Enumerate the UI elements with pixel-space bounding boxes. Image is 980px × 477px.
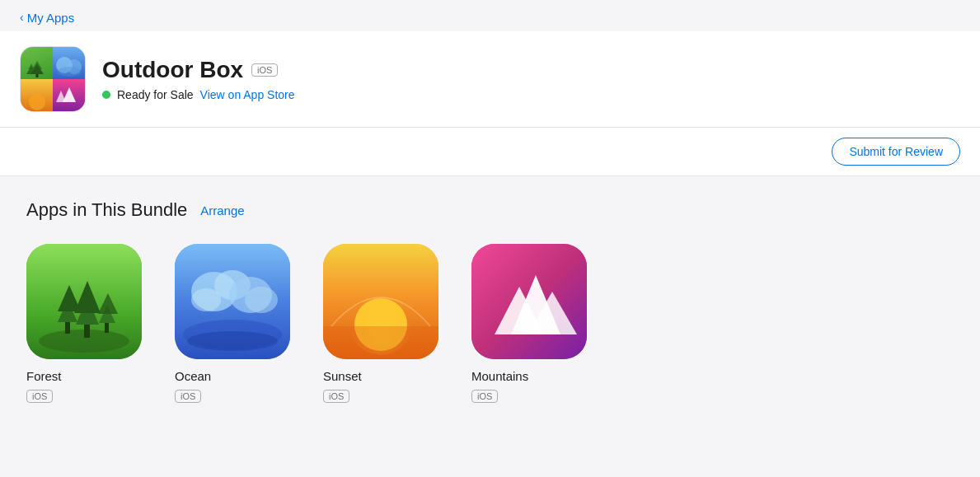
svg-rect-36 <box>323 326 438 359</box>
app-platform-badge: iOS <box>251 63 278 77</box>
my-apps-breadcrumb[interactable]: ‹ My Apps <box>20 11 74 25</box>
mini-sunset-icon <box>21 79 53 111</box>
app-title-area: Outdoor Box iOS Ready for Sale View on A… <box>102 57 295 101</box>
app-card-sunset[interactable]: Sunset iOS <box>323 244 438 403</box>
breadcrumb-label: My Apps <box>27 11 75 25</box>
bundle-icon-cell-forest <box>21 47 53 79</box>
mini-forest-icon <box>21 47 53 79</box>
mini-ocean-icon <box>53 47 85 79</box>
sunset-app-icon <box>323 244 438 359</box>
bundle-icon-cell-sunset <box>21 79 53 111</box>
app-title-row: Outdoor Box iOS <box>102 57 295 83</box>
chevron-left-icon: ‹ <box>20 11 24 24</box>
svg-point-8 <box>58 67 81 77</box>
mountains-icon-bg <box>471 244 587 359</box>
mini-mountains-icon <box>53 79 85 111</box>
sunset-icon-bg <box>323 244 438 359</box>
mountains-app-icon <box>471 244 587 359</box>
svg-point-10 <box>29 94 45 110</box>
forest-app-icon <box>26 244 142 359</box>
svg-rect-2 <box>35 74 38 77</box>
apps-grid: Forest iOS <box>26 244 954 403</box>
svg-rect-24 <box>105 323 109 333</box>
svg-rect-21 <box>84 325 90 338</box>
svg-point-32 <box>187 331 278 351</box>
app-card-forest[interactable]: Forest iOS <box>26 244 142 403</box>
mountains-app-name: Mountains <box>471 369 528 383</box>
svg-rect-18 <box>65 322 70 334</box>
sunset-platform-badge: iOS <box>323 390 349 403</box>
svg-point-29 <box>191 288 221 311</box>
bundle-section: Apps in This Bundle Arrange <box>0 176 980 426</box>
view-app-store-link[interactable]: View on App Store <box>200 88 295 101</box>
app-status: Ready for Sale <box>117 88 194 101</box>
toolbar-row: Submit for Review <box>0 128 980 176</box>
forest-icon-bg <box>26 244 142 359</box>
app-title: Outdoor Box <box>102 57 243 83</box>
bundle-heading: Apps in This Bundle <box>26 199 187 221</box>
breadcrumb-bar: ‹ My Apps <box>0 0 980 31</box>
bundle-heading-row: Apps in This Bundle Arrange <box>26 199 954 221</box>
bundle-app-icon <box>20 46 86 112</box>
bundle-icon-cell-mountains <box>53 79 85 111</box>
ocean-app-name: Ocean <box>175 369 211 383</box>
arrange-link[interactable]: Arrange <box>200 203 244 217</box>
forest-app-name: Forest <box>26 369 62 383</box>
ocean-app-icon <box>175 244 290 359</box>
bundle-icon-cell-ocean <box>53 47 85 79</box>
forest-platform-badge: iOS <box>26 390 53 403</box>
app-card-ocean[interactable]: Ocean iOS <box>175 244 290 403</box>
submit-for-review-button[interactable]: Submit for Review <box>832 138 960 166</box>
status-row: Ready for Sale View on App Store <box>102 88 295 101</box>
svg-point-30 <box>245 287 278 313</box>
status-dot-icon <box>102 91 110 99</box>
mountains-platform-badge: iOS <box>471 390 498 403</box>
ocean-icon-bg <box>175 244 290 359</box>
ocean-platform-badge: iOS <box>175 390 201 403</box>
app-card-mountains[interactable]: Mountains iOS <box>471 244 587 403</box>
sunset-app-name: Sunset <box>323 369 362 383</box>
app-header: Outdoor Box iOS Ready for Sale View on A… <box>0 31 980 128</box>
